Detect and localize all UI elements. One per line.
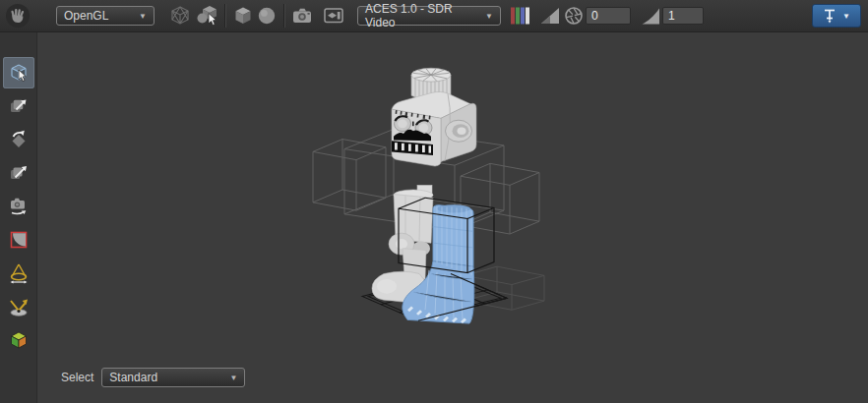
tool-select-button[interactable] (3, 57, 34, 88)
exposure-input[interactable] (586, 7, 631, 25)
wireframe-cube-button[interactable] (168, 4, 192, 28)
renderer-dropdown[interactable]: OpenGL ▼ (56, 6, 155, 26)
head-ear (446, 120, 472, 142)
rgb-channels-button[interactable] (509, 4, 532, 28)
select-label: Select (61, 371, 93, 384)
tool-cone-light-button[interactable] (3, 258, 34, 289)
chevron-down-icon: ▼ (842, 12, 850, 21)
gamma-curve-icon (639, 4, 662, 28)
pin-dropdown[interactable]: ▼ (812, 4, 861, 28)
application-window: OpenGL ▼ (0, 0, 868, 403)
view-transform-dropdown[interactable]: ACES 1.0 - SDR Video ▼ (357, 6, 501, 26)
cone-light-icon (7, 261, 31, 285)
shaded-cube-icon (7, 328, 31, 352)
tool-rotate-button[interactable] (3, 124, 34, 155)
cube-shading-button[interactable] (231, 4, 255, 28)
tool-orbit-camera-button[interactable] (3, 191, 34, 222)
model-head (392, 68, 476, 166)
rotate-icon (7, 128, 31, 151)
orbit-camera-icon (7, 195, 31, 218)
toolbar-separator (283, 4, 285, 28)
aperture-icon (562, 4, 586, 28)
view-transform-value: ACES 1.0 - SDR Video (365, 2, 475, 29)
top-toolbar: OpenGL ▼ (0, 0, 868, 32)
sphere-shading-button[interactable] (255, 4, 279, 28)
viewport-canvas[interactable] (0, 32, 868, 403)
gamma-input[interactable] (662, 7, 704, 25)
pin-icon (823, 8, 837, 24)
chevron-down-icon: ▼ (129, 12, 147, 21)
left-toolbar (0, 32, 37, 403)
tool-bounce-light-button[interactable] (3, 291, 34, 322)
move-icon (7, 94, 31, 118)
camera-screenshot-button[interactable] (290, 4, 314, 28)
hand-logo-icon (5, 3, 31, 29)
toolbar-separator (224, 4, 226, 28)
bounce-light-icon (7, 295, 31, 318)
tool-shaded-cube-button[interactable] (3, 324, 34, 356)
select-cube-icon (7, 61, 31, 85)
selection-mode-value: Standard (109, 371, 157, 384)
tool-marquee-falloff-button[interactable] (3, 224, 34, 256)
chevron-down-icon: ▼ (219, 374, 237, 382)
tool-move-button[interactable] (3, 90, 34, 122)
projector-screen-button[interactable] (322, 4, 345, 28)
exposure-ramp-icon (538, 4, 562, 28)
renderer-value: OpenGL (64, 9, 108, 23)
marquee-falloff-icon (7, 228, 31, 252)
selection-mode-dropdown[interactable]: Standard ▼ (101, 368, 245, 387)
transform-icon (7, 161, 31, 185)
chevron-down-icon: ▼ (475, 12, 493, 21)
bottom-bar: Select Standard ▼ (61, 368, 245, 387)
tool-transform-button[interactable] (3, 157, 34, 189)
select-objects-button[interactable] (196, 4, 219, 28)
